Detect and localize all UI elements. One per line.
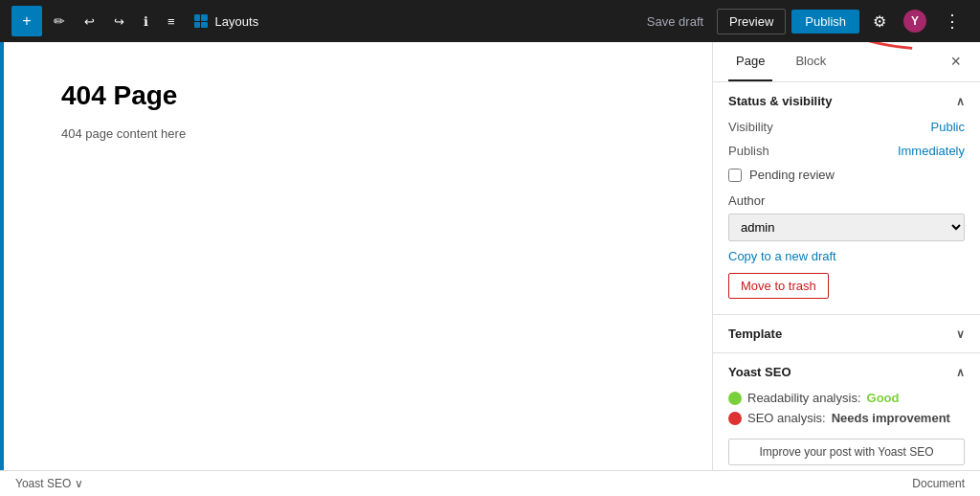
chevron-down-icon: ∨: [956, 327, 965, 341]
author-label: Author: [728, 193, 965, 208]
move-to-trash-button[interactable]: Move to trash: [728, 273, 829, 299]
pending-review-row: Pending review: [728, 168, 965, 182]
yoast-seo-panel: Yoast SEO ∧ Readability analysis: Good S…: [713, 353, 980, 470]
add-block-button[interactable]: +: [11, 6, 42, 36]
yoast-seo-title: Yoast SEO: [728, 365, 791, 379]
yoast-icon: Y: [903, 10, 926, 33]
info-button[interactable]: ℹ: [136, 9, 156, 34]
seo-analysis-label: SEO analysis:: [747, 411, 826, 425]
bottom-chevron-icon: ∨: [75, 477, 83, 490]
tab-page[interactable]: Page: [728, 42, 772, 81]
yoast-seo-body: Readability analysis: Good SEO analysis:…: [713, 391, 980, 470]
toolbar: + ✏ ↩ ↪ ℹ ≡ Layouts Save draft Prev: [0, 0, 980, 42]
close-sidebar-button[interactable]: ×: [947, 48, 965, 76]
pending-review-label: Pending review: [749, 168, 835, 182]
readability-item: Readability analysis: Good: [728, 391, 965, 405]
undo-icon: ↩: [84, 14, 95, 29]
template-title: Template: [728, 327, 782, 341]
toolbar-right: Save draft Preview Publish ⚙ Y ⋮: [639, 6, 969, 36]
template-header[interactable]: Template ∨: [713, 315, 980, 352]
layouts-label: Layouts: [215, 14, 259, 29]
yoast-seo-bottom-label: Yoast SEO: [15, 477, 71, 490]
list-view-button[interactable]: ≡: [160, 9, 183, 34]
pending-review-checkbox[interactable]: [728, 169, 742, 182]
seo-analysis-item: SEO analysis: Needs improvement: [728, 411, 965, 425]
save-draft-button[interactable]: Save draft: [639, 11, 711, 33]
redo-button[interactable]: ↪: [106, 9, 132, 34]
seo-analysis-value: Needs improvement: [832, 411, 950, 425]
yoast-chevron-up-icon: ∧: [956, 366, 965, 379]
yoast-seo-header[interactable]: Yoast SEO ∧: [713, 353, 980, 391]
document-label: Document: [912, 477, 965, 490]
plus-icon: +: [22, 12, 31, 30]
visibility-value[interactable]: Public: [931, 120, 965, 134]
status-visibility-header[interactable]: Status & visibility ∧: [713, 82, 980, 120]
preview-button[interactable]: Preview: [717, 9, 786, 34]
tab-block[interactable]: Block: [788, 42, 834, 81]
bottom-bar: Yoast SEO ∨ Document: [0, 470, 980, 496]
bottom-bar-left: Yoast SEO ∨: [15, 477, 83, 490]
layouts-grid-icon: [194, 14, 208, 28]
settings-button[interactable]: ⚙: [865, 9, 894, 34]
template-panel: Template ∨: [713, 315, 980, 353]
readability-label: Readability analysis:: [747, 391, 861, 405]
publish-value[interactable]: Immediately: [898, 144, 965, 158]
status-visibility-panel: Status & visibility ∧ Visibility Public …: [713, 82, 980, 315]
improve-yoast-button[interactable]: Improve your post with Yoast SEO: [728, 439, 965, 465]
readability-good-icon: [728, 392, 742, 405]
redo-icon: ↪: [114, 14, 124, 29]
list-icon: ≡: [167, 14, 175, 29]
more-options-button[interactable]: ⋮: [936, 7, 969, 35]
visibility-label: Visibility: [728, 120, 773, 134]
sidebar-header: Page Block ×: [713, 42, 980, 82]
undo-button[interactable]: ↩: [77, 9, 102, 34]
main-area: 404 Page 404 page content here Page Bloc…: [0, 42, 980, 470]
pencil-icon: ✏: [54, 13, 65, 29]
yoast-button[interactable]: Y: [900, 6, 930, 36]
info-icon: ℹ: [144, 14, 148, 29]
publish-label: Publish: [728, 144, 769, 158]
status-visibility-title: Status & visibility: [728, 94, 832, 108]
sidebar-body: Status & visibility ∧ Visibility Public …: [713, 82, 980, 470]
page-content: 404 page content here: [61, 126, 655, 141]
visibility-row: Visibility Public: [728, 120, 965, 134]
pencil-button[interactable]: ✏: [46, 8, 73, 34]
readability-value: Good: [867, 391, 900, 405]
editor-area[interactable]: 404 Page 404 page content here: [4, 42, 712, 470]
more-icon: ⋮: [944, 11, 961, 31]
toolbar-left: + ✏ ↩ ↪ ℹ ≡ Layouts: [11, 6, 266, 36]
right-sidebar: Page Block × Status & visibility ∧: [712, 42, 980, 470]
author-field: Author admin: [728, 193, 965, 241]
chevron-up-icon: ∧: [956, 95, 965, 108]
status-visibility-body: Visibility Public Publish Immediately Pe…: [713, 120, 980, 314]
publish-row: Publish Immediately: [728, 144, 965, 158]
page-title: 404 Page: [61, 80, 655, 111]
layouts-button[interactable]: Layouts: [187, 11, 267, 33]
author-select[interactable]: admin: [728, 214, 965, 241]
copy-to-draft-button[interactable]: Copy to a new draft: [728, 249, 836, 263]
gear-icon: ⚙: [873, 13, 886, 30]
publish-button[interactable]: Publish: [791, 10, 859, 34]
seo-needs-improvement-icon: [728, 412, 742, 425]
